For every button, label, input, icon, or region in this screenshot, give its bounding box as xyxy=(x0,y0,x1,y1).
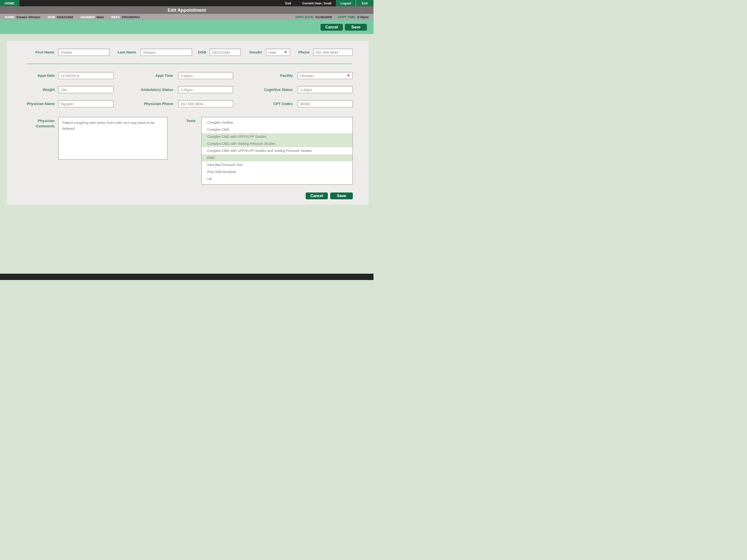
cognitive-status-input[interactable] xyxy=(298,86,353,93)
tests-listbox: Complex Uroflow Complex CMG Complex CMG … xyxy=(201,117,353,185)
tests-label: Tests xyxy=(162,118,196,124)
test-option[interactable]: Complex CMG with UPP/VLPP Studies and Vo… xyxy=(202,147,352,154)
logout-tab[interactable]: Logout xyxy=(336,0,356,6)
appt-date-value: 01/30/2009 xyxy=(315,15,332,19)
chevron-down-icon xyxy=(347,75,350,77)
test-option[interactable]: UA xyxy=(202,176,352,183)
topbar-spacer xyxy=(20,0,278,6)
dob-label: DOB xyxy=(48,15,55,19)
appt-date-input[interactable] xyxy=(58,72,114,79)
save-button-bottom[interactable]: Save xyxy=(330,192,353,199)
test-option[interactable]: Complex CMG xyxy=(202,126,352,133)
weight-input[interactable] xyxy=(58,86,114,93)
gender-value: Male xyxy=(97,15,104,19)
physician-name-input[interactable] xyxy=(58,100,114,107)
cpt-codes-input[interactable] xyxy=(298,100,353,107)
ambulatory-status-input[interactable] xyxy=(178,86,233,93)
phone-label: Phone xyxy=(286,49,310,56)
footer-bar xyxy=(0,274,374,280)
cancel-button-bottom[interactable]: Cancel xyxy=(306,192,328,199)
save-button-top[interactable]: Save xyxy=(345,24,367,31)
gender-field-label: Gender xyxy=(235,49,262,56)
name-value: Emelio Vitriano xyxy=(17,15,41,19)
test-option[interactable]: EMG xyxy=(202,154,352,161)
physician-phone-label: Physician Phone xyxy=(116,100,173,107)
dob-field-label: DOB xyxy=(177,49,206,56)
physician-phone-input[interactable] xyxy=(178,100,233,107)
current-user-label: Current User: Scott xyxy=(298,0,336,6)
appt-time-field-label: Appt Time xyxy=(116,72,173,79)
screen: HOME Exit Current User: Scott Logout Exi… xyxy=(0,0,374,280)
weight-label: Weight xyxy=(7,86,55,93)
physician-name-label: Physician Name xyxy=(7,100,55,107)
section-divider xyxy=(27,63,352,64)
gender-select-value: male xyxy=(268,50,277,54)
appt-date-field-label: Appt Date xyxy=(7,72,55,79)
appt-time-label: APPT TIME xyxy=(338,15,355,19)
physician-comments-textarea[interactable]: Patient coughing with stress from cold, … xyxy=(58,117,168,160)
appt-date-label: APPT DATE xyxy=(295,15,314,19)
gender-label: GENDER xyxy=(80,15,95,19)
last-name-label: Last Name xyxy=(87,49,136,56)
cognitive-status-label: Cognitive Status xyxy=(238,86,293,93)
exit-tab[interactable]: Exit xyxy=(356,0,374,6)
phone-input[interactable] xyxy=(313,49,353,56)
ref-label: REF# xyxy=(111,15,120,19)
appt-time-value: 3:45pm xyxy=(357,15,369,19)
appt-time-input[interactable] xyxy=(178,72,233,79)
test-option[interactable]: Intra Abd Pressure Test xyxy=(202,161,352,168)
cancel-button-top[interactable]: Cancel xyxy=(320,24,343,31)
name-label: NAME xyxy=(5,15,15,19)
test-option[interactable]: Post Void Residual xyxy=(202,168,352,176)
dob-value: 03/22/1992 xyxy=(57,15,73,19)
action-bar: Cancel Save xyxy=(0,20,374,34)
page-title: Edit Appointment xyxy=(168,7,206,13)
physician-comments-label: Physician Comments xyxy=(21,118,55,129)
ref-value: 105106HOU xyxy=(122,15,140,19)
exit-link[interactable]: Exit xyxy=(278,0,298,6)
title-bar: Edit Appointment xyxy=(0,6,374,14)
test-option[interactable]: Complex Uroflow xyxy=(202,119,352,126)
patient-info-bar: NAME Emelio Vitriano DOB 03/22/1992 GEND… xyxy=(0,14,374,20)
edit-appointment-form: First Name Last Name DOB Gender male Pho… xyxy=(7,41,369,205)
test-option[interactable]: Complex CMG with Voiding Pressure Studie… xyxy=(202,140,352,147)
facility-select-value: Houston xyxy=(300,74,314,78)
facility-select[interactable]: Houston xyxy=(298,72,353,79)
ambulatory-status-label: Ambulatory Status xyxy=(116,86,173,93)
facility-label: Facility xyxy=(238,72,293,79)
patient-info-right: APPT DATE 01/30/2009 APPT TIME 3:45pm xyxy=(295,15,374,19)
home-tab[interactable]: HOME xyxy=(0,0,20,6)
patient-info-left: NAME Emelio Vitriano DOB 03/22/1992 GEND… xyxy=(0,15,145,19)
top-nav-bar: HOME Exit Current User: Scott Logout Exi… xyxy=(0,0,374,6)
test-option[interactable]: Complex CMG with UPP/VLPP Studies xyxy=(202,133,352,140)
cpt-codes-label: CPT Codes xyxy=(238,100,293,107)
first-name-label: First Name xyxy=(7,49,54,56)
